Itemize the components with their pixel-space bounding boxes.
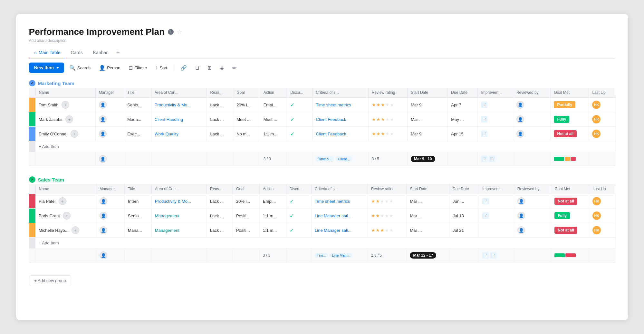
- reviewer-avatar[interactable]: 👤: [517, 197, 525, 205]
- reviewer-avatar[interactable]: 👤: [517, 226, 525, 234]
- th-rating: Review rating: [368, 184, 407, 194]
- person-button[interactable]: 👤 Person: [96, 63, 123, 73]
- link-button[interactable]: 🔗: [177, 63, 190, 73]
- add-item-label[interactable]: + Add Item: [35, 238, 615, 249]
- tab-main-table[interactable]: ⌂ Main Table: [29, 47, 66, 58]
- sales-team-header[interactable]: ✓ Sales Team: [29, 174, 615, 184]
- reviewer-avatar[interactable]: 👤: [516, 130, 524, 138]
- add-new-group-button[interactable]: + Add new group: [29, 275, 72, 286]
- row-manager[interactable]: 👤: [95, 98, 124, 112]
- row-name[interactable]: Emily O'Connel +: [35, 127, 95, 141]
- summary-criteria-1[interactable]: Time s...: [316, 156, 334, 162]
- doc-icon[interactable]: 📄: [481, 102, 487, 108]
- row-criteria[interactable]: Line Manager sati...: [312, 209, 368, 223]
- row-name[interactable]: Tom Smith +: [35, 98, 95, 112]
- row-area[interactable]: Management: [151, 223, 207, 238]
- info-icon[interactable]: i: [168, 29, 174, 35]
- table-row: Boris Grant + 👤 Senio... Management Lack…: [29, 209, 615, 223]
- reviewer-avatar[interactable]: 👤: [516, 101, 524, 109]
- row-reviewed[interactable]: 👤: [513, 98, 550, 112]
- reviewer-avatar[interactable]: 👤: [517, 212, 525, 220]
- row-area[interactable]: Management: [151, 209, 207, 223]
- row-name[interactable]: Michelle Hayo... +: [35, 223, 96, 238]
- add-person-icon[interactable]: +: [63, 212, 71, 220]
- row-area[interactable]: Client Handling: [151, 112, 207, 127]
- marketing-team-header[interactable]: ✓ Marketing Team: [29, 77, 615, 88]
- manager-avatar[interactable]: 👤: [100, 212, 107, 220]
- row-reviewed[interactable]: 👤: [514, 209, 551, 223]
- doc-icon[interactable]: 📄: [481, 116, 487, 123]
- row-improve[interactable]: 📄: [478, 127, 513, 141]
- row-goalmet: Fully: [551, 112, 589, 127]
- user-avatar-hk: HK: [592, 115, 601, 123]
- tab-add[interactable]: +: [114, 47, 122, 59]
- tab-cards[interactable]: Cards: [65, 47, 88, 58]
- summary-doc-1: 📄: [481, 156, 487, 162]
- summary-criteria-2[interactable]: Line Man...: [330, 253, 351, 258]
- new-item-button[interactable]: New Item: [29, 63, 64, 73]
- row-area[interactable]: Productivity & Mo...: [151, 194, 207, 209]
- row-discuss: ✓: [287, 112, 312, 127]
- palette-button[interactable]: ◈: [217, 63, 227, 73]
- row-reviewed[interactable]: 👤: [513, 112, 550, 127]
- manager-avatar[interactable]: 👤: [100, 197, 107, 205]
- row-improve[interactable]: 📄: [478, 98, 513, 112]
- tab-kanban[interactable]: Kanban: [88, 47, 114, 58]
- add-person-icon[interactable]: +: [71, 130, 78, 138]
- manager-avatar[interactable]: 👤: [99, 115, 107, 123]
- th-bar: [29, 88, 36, 98]
- row-name[interactable]: Boris Grant +: [35, 209, 96, 223]
- row-reviewed[interactable]: 👤: [513, 127, 550, 141]
- add-item-label[interactable]: + Add Item: [35, 141, 615, 152]
- row-area[interactable]: Productivity & Mo...: [151, 98, 207, 112]
- embed-button[interactable]: ⊔: [192, 63, 202, 73]
- manager-avatar[interactable]: 👤: [99, 130, 107, 138]
- doc-icon[interactable]: 📄: [482, 198, 489, 204]
- row-improve[interactable]: 📄: [478, 112, 513, 127]
- search-button[interactable]: 🔍 Search: [66, 63, 94, 73]
- row-criteria[interactable]: Time sheet metrics: [312, 98, 368, 112]
- favorite-icon[interactable]: ☆: [177, 28, 182, 35]
- row-manager[interactable]: 👤: [95, 112, 124, 127]
- row-improve[interactable]: [479, 223, 514, 238]
- board-description[interactable]: Add board description: [29, 38, 615, 43]
- manager-avatar[interactable]: 👤: [99, 101, 107, 109]
- sales-summary-row: 👤 3 / 3 Tim... Line Man... 2.3 / 5 Mar 1…: [29, 249, 615, 262]
- edit-button[interactable]: ✏: [229, 63, 240, 73]
- add-item-row[interactable]: + Add Item: [29, 238, 615, 249]
- row-manager[interactable]: 👤: [96, 194, 125, 209]
- reviewer-avatar[interactable]: 👤: [516, 115, 524, 123]
- row-name[interactable]: Pia Patel +: [35, 194, 96, 209]
- row-criteria[interactable]: Client Feedback: [312, 127, 368, 141]
- row-manager[interactable]: 👤: [96, 223, 125, 238]
- title-row: Performance Improvement Plan i ☆: [29, 27, 615, 37]
- doc-icon[interactable]: 📄: [482, 212, 489, 219]
- row-criteria[interactable]: Client Feedback: [312, 112, 368, 127]
- row-criteria[interactable]: Line Manager sati...: [312, 223, 368, 238]
- row-improve[interactable]: 📄: [479, 209, 514, 223]
- row-reviewed[interactable]: 👤: [514, 194, 551, 209]
- row-improve[interactable]: 📄: [479, 194, 514, 209]
- add-item-row[interactable]: + Add Item: [29, 141, 615, 152]
- th-goal: Goal: [233, 88, 260, 98]
- summary-criteria-2[interactable]: Client...: [336, 156, 352, 162]
- add-person-icon[interactable]: +: [59, 197, 66, 205]
- th-reviewed: Reviewed by: [513, 88, 550, 98]
- row-name[interactable]: Mark Jacobs +: [35, 112, 95, 127]
- manager-avatar[interactable]: 👤: [100, 226, 107, 234]
- row-criteria[interactable]: Time sheet metrics: [312, 194, 368, 209]
- grid-button[interactable]: ⊞: [204, 63, 215, 73]
- add-person-icon[interactable]: +: [72, 226, 79, 234]
- row-reason: Lack ...: [207, 194, 233, 209]
- filter-button[interactable]: ⊟ Filter ▾: [125, 63, 150, 73]
- row-manager[interactable]: 👤: [95, 127, 124, 141]
- add-person-icon[interactable]: +: [65, 115, 73, 123]
- summary-criteria-1[interactable]: Tim...: [315, 253, 328, 258]
- row-goal: 20% i...: [233, 98, 260, 112]
- add-person-icon[interactable]: +: [62, 101, 69, 109]
- row-area[interactable]: Work Quality: [151, 127, 207, 141]
- row-reviewed[interactable]: 👤: [514, 223, 551, 238]
- row-manager[interactable]: 👤: [96, 209, 125, 223]
- doc-icon[interactable]: 📄: [481, 131, 487, 137]
- sort-button[interactable]: ↕ Sort: [152, 63, 170, 73]
